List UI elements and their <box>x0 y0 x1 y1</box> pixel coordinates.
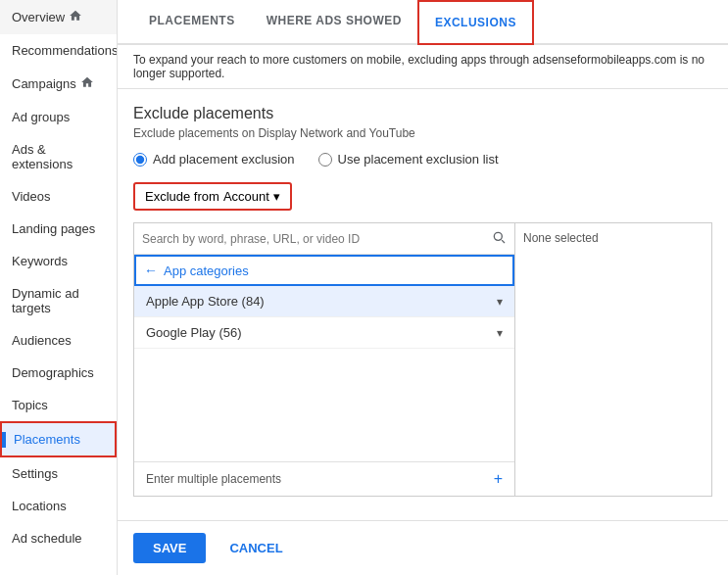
tab-exclusions[interactable]: EXCLUSIONS <box>417 0 534 45</box>
sidebar-item-label: Campaigns <box>12 76 76 91</box>
chevron-down-icon: ▾ <box>497 326 503 340</box>
sidebar-item-label: Overview <box>12 10 65 24</box>
radio-group: Add placement exclusion Use placement ex… <box>133 152 712 167</box>
sidebar-item-label: Ad groups <box>12 110 70 124</box>
save-button[interactable]: SAVE <box>133 533 206 563</box>
sidebar-item-label: Landing pages <box>12 221 95 236</box>
tab-bar: PLACEMENTS WHERE ADS SHOWED EXCLUSIONS <box>118 0 728 45</box>
tab-placements[interactable]: PLACEMENTS <box>133 0 251 45</box>
info-bar: To expand your reach to more customers o… <box>118 45 728 89</box>
right-panel: None selected <box>515 223 711 496</box>
sidebar-item-ad-groups[interactable]: Ad groups <box>0 101 117 133</box>
list-item-google-play[interactable]: Google Play (56) ▾ <box>134 317 514 349</box>
sidebar-item-campaigns[interactable]: Campaigns <box>0 67 117 101</box>
nav-label: App categories <box>164 264 249 278</box>
plus-icon: + <box>494 470 503 488</box>
enter-multiple-row[interactable]: Enter multiple placements + <box>134 461 514 496</box>
panel-container: ← App categories Apple App Store (84) ▾ … <box>133 222 712 497</box>
sidebar-item-ad-schedule[interactable]: Ad schedule <box>0 522 117 554</box>
home-icon <box>80 75 94 92</box>
radio-use-list-input[interactable] <box>318 153 332 167</box>
radio-use-list-label: Use placement exclusion list <box>338 152 499 167</box>
sidebar-item-dynamic-ad-targets[interactable]: Dynamic ad targets <box>0 277 117 324</box>
list-item-apple-label: Apple App Store (84) <box>146 294 265 309</box>
back-arrow-icon[interactable]: ← <box>144 263 158 278</box>
radio-use-list[interactable]: Use placement exclusion list <box>318 152 499 167</box>
active-indicator <box>2 432 6 448</box>
sidebar-item-ads-extensions[interactable]: Ads & extensions <box>0 133 117 180</box>
exclude-from-label: Exclude from <box>145 189 219 204</box>
content-area: Exclude placements Exclude placements on… <box>118 89 728 520</box>
sidebar-item-label: Ad schedule <box>12 531 82 546</box>
sidebar-item-label: Locations <box>12 499 67 513</box>
sidebar-item-demographics[interactable]: Demographics <box>0 357 117 389</box>
sidebar-item-label: Settings <box>12 466 58 481</box>
exclude-from-wrapper: Exclude from Account ▾ <box>133 182 712 211</box>
sidebar-item-settings[interactable]: Settings <box>0 457 117 490</box>
radio-add-placement[interactable]: Add placement exclusion <box>133 152 295 167</box>
sidebar-item-label: Videos <box>12 189 51 204</box>
left-panel: ← App categories Apple App Store (84) ▾ … <box>134 223 515 496</box>
radio-add-placement-input[interactable] <box>133 153 147 167</box>
sidebar-item-label: Keywords <box>12 254 68 268</box>
sidebar-item-label: Demographics <box>12 365 94 380</box>
sidebar-item-overview[interactable]: Overview <box>0 0 117 34</box>
search-icon <box>491 229 507 248</box>
sidebar-item-label: Audiences <box>12 333 72 348</box>
section-subtitle: Exclude placements on Display Network an… <box>133 126 712 140</box>
footer: SAVE CANCEL <box>118 520 728 575</box>
sidebar-item-label: Ads & extensions <box>12 142 105 171</box>
radio-add-placement-label: Add placement exclusion <box>153 152 295 167</box>
sidebar-item-landing-pages[interactable]: Landing pages <box>0 213 117 245</box>
sidebar-item-locations[interactable]: Locations <box>0 490 117 522</box>
exclude-from-value: Account <box>223 189 269 204</box>
sidebar-item-recommendations[interactable]: Recommendations <box>0 34 117 67</box>
sidebar-item-topics[interactable]: Topics <box>0 389 117 421</box>
sidebar-item-label: Topics <box>12 398 48 412</box>
list-item-apple[interactable]: Apple App Store (84) ▾ <box>134 286 514 317</box>
search-row <box>134 223 514 255</box>
sidebar-item-audiences[interactable]: Audiences <box>0 324 117 357</box>
list-item-google-play-label: Google Play (56) <box>146 325 242 340</box>
exclude-from-button[interactable]: Exclude from Account ▾ <box>133 182 292 211</box>
sidebar-item-placements[interactable]: Placements <box>0 421 117 457</box>
sidebar-item-label: Recommendations <box>12 43 118 58</box>
search-input[interactable] <box>142 232 485 246</box>
cancel-button[interactable]: CANCEL <box>218 533 294 563</box>
tab-where-ads-showed[interactable]: WHERE ADS SHOWED <box>251 0 417 45</box>
dropdown-arrow-icon: ▾ <box>273 189 280 204</box>
home-icon <box>69 9 82 25</box>
sidebar-item-keywords[interactable]: Keywords <box>0 245 117 277</box>
info-bar-text: To expand your reach to more customers o… <box>133 53 704 80</box>
nav-row: ← App categories <box>134 255 514 286</box>
chevron-down-icon: ▾ <box>497 295 503 309</box>
sidebar: Overview Recommendations Campaigns Ad gr… <box>0 0 118 575</box>
sidebar-item-label: Dynamic ad targets <box>12 286 105 315</box>
sidebar-item-videos[interactable]: Videos <box>0 180 117 213</box>
search-panel-wrapper: ← App categories Apple App Store (84) ▾ … <box>133 222 712 497</box>
sidebar-item-label: Placements <box>14 432 80 447</box>
enter-multiple-label: Enter multiple placements <box>146 472 281 486</box>
right-panel-text: None selected <box>523 231 599 245</box>
main-content: PLACEMENTS WHERE ADS SHOWED EXCLUSIONS T… <box>118 0 728 575</box>
section-title: Exclude placements <box>133 105 712 122</box>
list-spacer <box>134 349 514 461</box>
